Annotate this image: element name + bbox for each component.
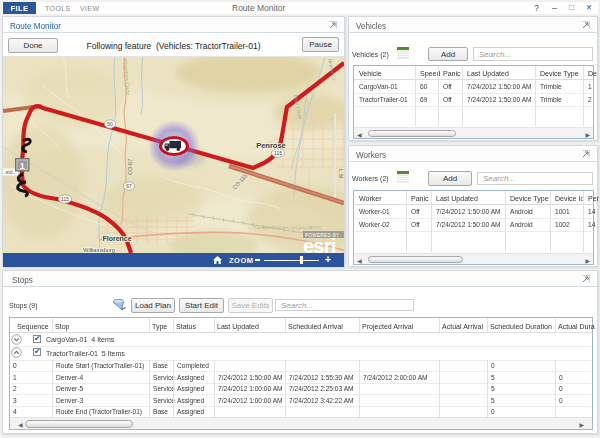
svg-text:.sid..: .sid.. bbox=[4, 169, 16, 175]
svg-text:50: 50 bbox=[107, 121, 113, 127]
svg-text:67: 67 bbox=[126, 183, 132, 189]
svg-text:Florence: Florence bbox=[102, 235, 131, 242]
svg-text:Penrose: Penrose bbox=[256, 141, 286, 150]
svg-text:L St: L St bbox=[338, 169, 344, 179]
svg-text:CO-67: CO-67 bbox=[127, 159, 133, 175]
svg-text:esri: esri bbox=[303, 235, 336, 254]
svg-text:1: 1 bbox=[20, 161, 25, 171]
svg-text:115: 115 bbox=[274, 150, 282, 156]
svg-text:115: 115 bbox=[61, 196, 69, 202]
svg-text:Copyright:© 2013 Esri, DeLorme: Copyright:© 2013 Esri, DeLorme, NAVTEQ bbox=[255, 226, 322, 230]
